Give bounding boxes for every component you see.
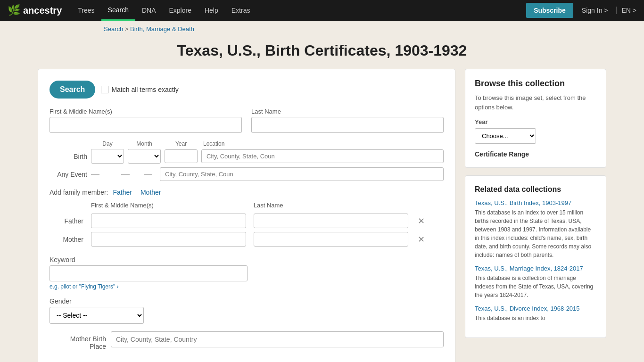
mother-birth-label: Mother BirthPlace: [50, 331, 106, 350]
last-name-input[interactable]: [251, 117, 444, 133]
match-exact-label[interactable]: Match all terms exactly: [101, 86, 178, 93]
add-family-label: Add family member:: [50, 189, 108, 196]
nav-trees[interactable]: Trees: [71, 0, 101, 21]
browse-box: Browse this collection To browse this im…: [465, 69, 606, 168]
breadcrumb-search[interactable]: Search: [104, 25, 123, 33]
birth-location-input[interactable]: [201, 149, 444, 163]
main-nav: 🌿 ancestry Trees Search DNA Explore Help…: [0, 0, 644, 21]
match-exact-checkbox[interactable]: [101, 86, 108, 93]
browse-desc: To browse this image set, select from th…: [475, 93, 596, 112]
family-last-col: Last Name: [250, 202, 413, 212]
browse-title: Browse this collection: [475, 79, 596, 89]
related-box: Related data collections Texas, U.S., Bi…: [465, 175, 606, 338]
cert-range-label: Certificate Range: [475, 150, 596, 158]
language-selector[interactable]: EN >: [616, 7, 636, 14]
last-name-label: Last Name: [251, 108, 444, 115]
related-link-2[interactable]: Texas, U.S., Divorce Index, 1968-2015: [475, 305, 596, 312]
birth-day-select[interactable]: 12345: [91, 149, 124, 164]
search-button[interactable]: Search: [50, 81, 95, 99]
family-member-col: [50, 202, 87, 212]
any-event-year-dash: —: [144, 169, 152, 179]
breadcrumb-current[interactable]: Birth, Marriage & Death: [130, 25, 194, 33]
father-first-name-input[interactable]: [91, 214, 246, 228]
mother-remove-button[interactable]: ✕: [416, 234, 427, 245]
any-event-day-dash: —: [91, 169, 99, 179]
add-mother-link[interactable]: Mother: [140, 189, 161, 196]
year-browse-select[interactable]: Choose... 190319041905 191019151920 1925…: [475, 128, 536, 144]
mother-row: Mother ✕: [50, 230, 444, 248]
year-col-header: Year: [165, 140, 198, 147]
match-exact-text: Match all terms exactly: [111, 86, 178, 93]
logo-icon: 🌿: [8, 4, 20, 16]
keyword-hint[interactable]: e.g. pilot or "Flying Tigers" ›: [50, 283, 444, 290]
father-last-name-input[interactable]: [254, 214, 409, 228]
gender-select[interactable]: -- Select -- Male Female: [50, 307, 144, 324]
nav-help[interactable]: Help: [198, 0, 225, 21]
subscribe-button[interactable]: Subscribe: [526, 3, 573, 18]
breadcrumb-separator: >: [125, 25, 130, 33]
mother-first-name-input[interactable]: [91, 232, 246, 247]
mother-label: Mother: [50, 230, 87, 248]
keyword-input[interactable]: [50, 265, 248, 281]
nav-dna[interactable]: DNA: [135, 0, 163, 21]
day-col-header: Day: [91, 140, 124, 147]
add-father-link[interactable]: Father: [113, 189, 132, 196]
search-panel: Search Match all terms exactly First & M…: [38, 69, 455, 362]
logo[interactable]: 🌿 ancestry: [8, 4, 62, 16]
logo-text: ancestry: [23, 5, 62, 16]
mother-birth-input[interactable]: [111, 331, 444, 347]
related-desc-0: This database is an index to over 15 mil…: [475, 208, 596, 259]
any-event-location-input[interactable]: [160, 167, 444, 181]
gender-label: Gender: [50, 297, 444, 305]
related-desc-2: This database is an index to: [475, 314, 596, 322]
right-panel: Browse this collection To browse this im…: [465, 69, 606, 362]
related-link-0[interactable]: Texas, U.S., Birth Index, 1903-1997: [475, 199, 596, 206]
year-browse-label: Year: [475, 118, 596, 125]
breadcrumb: Search > Birth, Marriage & Death: [0, 21, 644, 37]
family-first-col: First & Middle Name(s): [87, 202, 250, 212]
birth-year-input[interactable]: [165, 149, 198, 163]
father-row: Father ✕: [50, 212, 444, 230]
nav-search[interactable]: Search: [101, 0, 135, 21]
location-col-header: Location: [201, 140, 444, 147]
nav-explore[interactable]: Explore: [162, 0, 198, 21]
birth-event-label: Birth: [50, 153, 87, 160]
any-event-label: Any Event: [50, 171, 87, 178]
related-link-1[interactable]: Texas, U.S., Marriage Index, 1824-2017: [475, 265, 596, 272]
any-event-month-dash: —: [121, 169, 130, 179]
page-title: Texas, U.S., Birth Certificates, 1903-19…: [0, 42, 644, 59]
related-title: Related data collections: [475, 185, 596, 194]
first-name-label: First & Middle Name(s): [50, 108, 242, 115]
mother-last-name-input[interactable]: [254, 232, 409, 247]
related-desc-1: This database is a collection of marriag…: [475, 274, 596, 299]
birth-month-select[interactable]: JanFebMarApr MayJunJulAug SepOctNovDec: [128, 149, 161, 164]
keyword-label: Keyword: [50, 256, 444, 263]
signin-link[interactable]: Sign In >: [577, 7, 613, 14]
nav-extras[interactable]: Extras: [225, 0, 257, 21]
first-name-input[interactable]: [50, 117, 242, 133]
father-remove-button[interactable]: ✕: [416, 216, 427, 226]
father-label: Father: [50, 212, 87, 230]
month-col-header: Month: [128, 140, 161, 147]
